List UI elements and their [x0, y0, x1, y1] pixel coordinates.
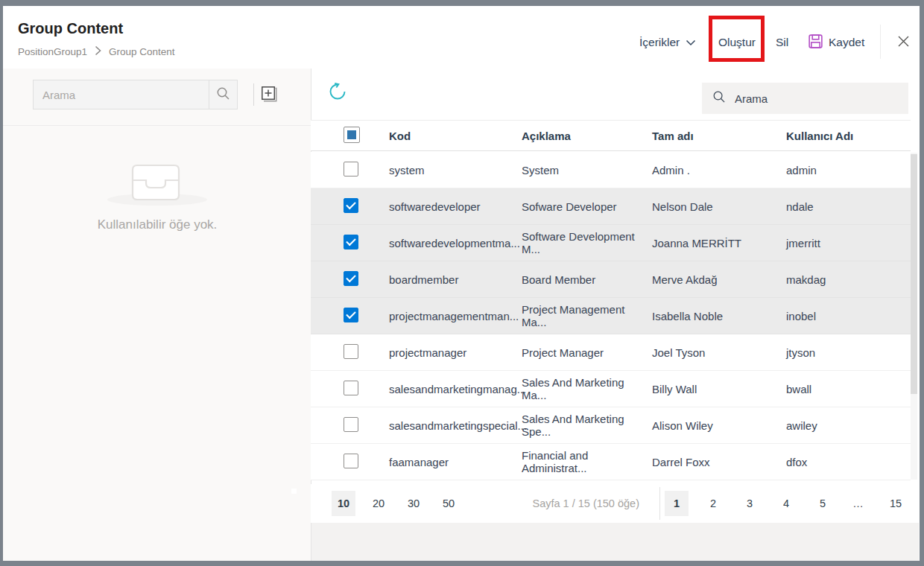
pagination-bar: 10203050 Sayfa 1 / 15 (150 öğe) 12345…15	[311, 484, 911, 523]
pagination-divider	[659, 487, 660, 520]
row-checkbox[interactable]	[344, 235, 358, 249]
cell-aciklama: System	[522, 164, 652, 177]
cell-aciklama: Sofware Developer	[522, 200, 652, 213]
table-row[interactable]: faamanagerFinancial and Administrat...Da…	[311, 444, 911, 480]
save-button[interactable]: Kaydet	[808, 29, 864, 56]
page-number[interactable]: 2	[701, 491, 725, 516]
cell-tam_adi: Darrel Foxx	[652, 456, 786, 468]
table-row[interactable]: softwaredevelopmentma...Software Develop…	[311, 225, 911, 261]
checkbox-cell	[311, 308, 389, 325]
page-size-option[interactable]: 10	[332, 491, 355, 516]
page-number[interactable]: 3	[738, 491, 762, 516]
close-icon	[898, 36, 909, 50]
page-size-option[interactable]: 20	[367, 491, 390, 516]
checkbox-cell	[311, 381, 389, 398]
cell-aciklama: Board Member	[522, 273, 652, 286]
left-panel-divider	[3, 125, 311, 126]
cell-aciklama: Sales And Marketing Ma...	[522, 376, 652, 401]
row-checkbox[interactable]	[344, 417, 358, 432]
left-search-input[interactable]	[34, 80, 209, 109]
row-checkbox[interactable]	[344, 454, 358, 468]
cell-kullanici_adi: dfox	[786, 456, 911, 468]
table-header: KodAçıklamaTam adıKullanıcı Adı	[311, 120, 911, 151]
table-row[interactable]: softwaredeveloperSofware DeveloperNelson…	[311, 188, 911, 225]
available-items-panel: Kullanılabilir öğe yok.	[3, 69, 311, 561]
contents-menu-label: İçerikler	[639, 36, 680, 49]
search-icon	[712, 90, 726, 106]
row-checkbox[interactable]	[344, 271, 358, 286]
page-title: Group Content	[18, 20, 123, 37]
row-checkbox[interactable]	[344, 162, 358, 177]
scrollbar-thumb[interactable]	[911, 154, 917, 394]
cell-kullanici_adi: ndale	[786, 200, 911, 213]
table-row[interactable]: projectmanagementman...Project Managemen…	[311, 298, 911, 334]
table-row[interactable]: salesandmarketingmanag...Sales And Marke…	[311, 371, 911, 407]
checkbox-cell	[311, 162, 389, 179]
left-toolbar-divider	[253, 83, 254, 106]
cell-aciklama: Project Management Ma...	[522, 303, 652, 328]
refresh-button[interactable]	[327, 83, 348, 104]
cell-tam_adi: Joanna MERRİTT	[652, 237, 786, 249]
column-header[interactable]: Kod	[389, 130, 522, 142]
toolbar-divider	[880, 25, 881, 59]
cell-kod: boardmember	[389, 273, 522, 286]
cell-kod: softwaredeveloper	[389, 200, 522, 213]
row-checkbox[interactable]	[344, 308, 358, 322]
cell-tam_adi: Merve Akdağ	[652, 273, 786, 286]
page-number[interactable]: 4	[774, 491, 798, 516]
page-size-list: 10203050	[332, 491, 461, 516]
checkbox-cell	[311, 271, 389, 288]
column-header[interactable]: Kullanıcı Adı	[786, 130, 911, 142]
page-size-option[interactable]: 50	[437, 491, 461, 516]
contents-menu-button[interactable]: İçerikler	[639, 29, 696, 56]
cell-aciklama: Financial and Administrat...	[522, 449, 652, 474]
cell-tam_adi: Billy Wall	[652, 383, 786, 395]
cell-kod: projectmanager	[389, 346, 522, 359]
cell-kullanici_adi: admin	[786, 164, 911, 177]
page-size-option[interactable]: 30	[402, 491, 425, 516]
cell-kullanici_adi: makdag	[786, 273, 911, 286]
cell-kod: system	[389, 164, 522, 177]
table-scrollbar[interactable]	[911, 153, 917, 480]
breadcrumb: PositionGroup1 Group Content	[18, 45, 175, 58]
table-row[interactable]: salesandmarketingspecial...Sales And Mar…	[311, 407, 911, 444]
page-list: 12345…15	[665, 491, 908, 516]
breadcrumb-parent[interactable]: PositionGroup1	[18, 46, 87, 57]
splitter-handle[interactable]	[291, 489, 297, 494]
page-info: Sayfa 1 / 15 (150 öğe)	[533, 484, 640, 523]
right-panel-footer	[311, 523, 919, 561]
column-header[interactable]: Tam adı	[652, 130, 786, 142]
row-checkbox[interactable]	[344, 381, 358, 395]
table-row[interactable]: systemSystemAdmin .admin	[311, 152, 911, 188]
cell-kullanici_adi: awiley	[786, 419, 911, 432]
empty-inbox-icon	[131, 164, 180, 204]
select-all-cell	[311, 127, 389, 145]
cell-kullanici_adi: jmerritt	[786, 237, 911, 249]
checkbox-cell	[311, 454, 389, 471]
table-search-input[interactable]	[726, 92, 908, 105]
refresh-icon	[328, 82, 347, 104]
page-number[interactable]: 1	[665, 491, 689, 516]
close-button[interactable]	[891, 31, 915, 54]
row-checkbox[interactable]	[344, 198, 358, 213]
cell-kullanici_adi: inobel	[786, 310, 911, 322]
left-search-button[interactable]	[209, 80, 237, 109]
delete-button[interactable]: Sil	[776, 29, 788, 56]
create-button[interactable]: Oluştur	[718, 29, 756, 56]
column-header[interactable]: Açıklama	[522, 130, 652, 142]
breadcrumb-current: Group Content	[109, 46, 175, 57]
table-row[interactable]: projectmanagerProject ManagerJoel Tysonj…	[311, 334, 911, 371]
checkbox-cell	[311, 417, 389, 434]
page-number[interactable]: 15	[884, 491, 908, 516]
select-all-checkbox[interactable]	[344, 127, 360, 143]
cell-aciklama: Sales And Marketing Spe...	[522, 413, 652, 438]
cell-kod: projectmanagementman...	[389, 310, 522, 322]
add-all-button[interactable]	[258, 84, 280, 106]
table-row[interactable]: boardmemberBoard MemberMerve Akdağmakdag	[311, 261, 911, 298]
cell-tam_adi: Admin .	[652, 164, 786, 177]
page-number[interactable]: 5	[811, 491, 835, 516]
row-checkbox[interactable]	[344, 344, 358, 359]
cell-kod: salesandmarketingmanag...	[389, 383, 522, 395]
save-label: Kaydet	[829, 36, 864, 49]
cell-kod: softwaredevelopmentma...	[389, 237, 522, 249]
